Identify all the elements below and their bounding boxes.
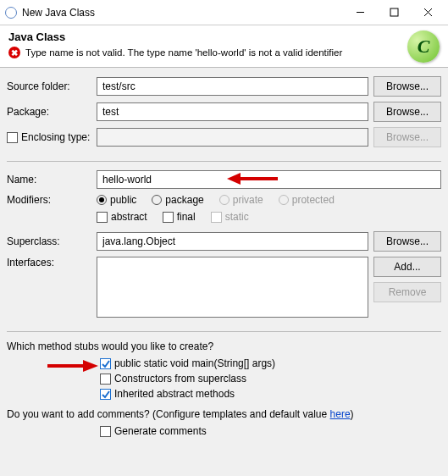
source-folder-label: Source folder: [7,80,91,92]
stub-inherited-checkbox[interactable]: Inherited abstract methods [100,388,441,400]
stub-main-checkbox[interactable]: public static void main(String[] args) [100,357,441,369]
source-folder-browse-button[interactable]: Browse... [373,76,441,97]
close-button[interactable] [411,1,445,25]
svg-marker-7 [83,360,98,372]
class-badge-icon: C [407,30,440,63]
generate-comments-checkbox[interactable]: Generate comments [100,425,441,437]
annotation-arrow-icon [47,358,98,374]
package-input[interactable] [97,102,368,121]
window-title: New Java Class [22,7,343,19]
interfaces-listbox[interactable] [97,257,368,318]
modifier-public-radio[interactable]: public [97,194,136,206]
superclass-label: Superclass: [7,235,91,247]
dialog-header: Java Class ✖ Type name is not valid. The… [0,25,448,68]
comments-question: Do you want to add comments? (Configure … [7,408,441,420]
superclass-browse-button[interactable]: Browse... [373,231,441,252]
modifier-static-checkbox: static [211,211,249,223]
dialog-heading: Java Class [8,30,440,43]
modifier-final-checkbox[interactable]: final [163,211,196,223]
svg-rect-1 [390,8,398,16]
minimize-button[interactable] [343,1,377,25]
modifiers-label: Modifiers: [7,194,91,206]
enclosing-type-checkbox[interactable] [7,132,18,143]
interfaces-remove-button: Remove [373,282,441,302]
name-input[interactable] [97,170,441,189]
source-folder-input[interactable] [97,77,368,96]
name-label: Name: [7,174,91,185]
enclosing-type-input [97,128,368,147]
interfaces-label: Interfaces: [7,257,91,268]
superclass-input[interactable] [97,232,368,251]
modifier-protected-radio: protected [279,194,335,206]
error-message: Type name is not valid. The type name 'h… [25,47,342,58]
modifier-package-radio[interactable]: package [152,194,203,206]
package-browse-button[interactable]: Browse... [373,102,441,122]
configure-templates-link[interactable]: here [330,408,351,420]
modifier-abstract-checkbox[interactable]: abstract [97,211,147,223]
maximize-button[interactable] [377,1,411,25]
enclosing-type-browse-button: Browse... [373,127,441,147]
method-stubs-question: Which method stubs would you like to cre… [7,340,441,352]
stub-constructors-checkbox[interactable]: Constructors from superclass [100,373,441,385]
modifier-private-radio: private [219,194,263,206]
error-icon: ✖ [8,47,20,58]
interfaces-add-button[interactable]: Add... [373,257,441,277]
window-titlebar: New Java Class [0,0,448,25]
enclosing-type-label: Enclosing type: [21,131,90,143]
app-icon [5,7,17,19]
package-label: Package: [7,106,91,118]
